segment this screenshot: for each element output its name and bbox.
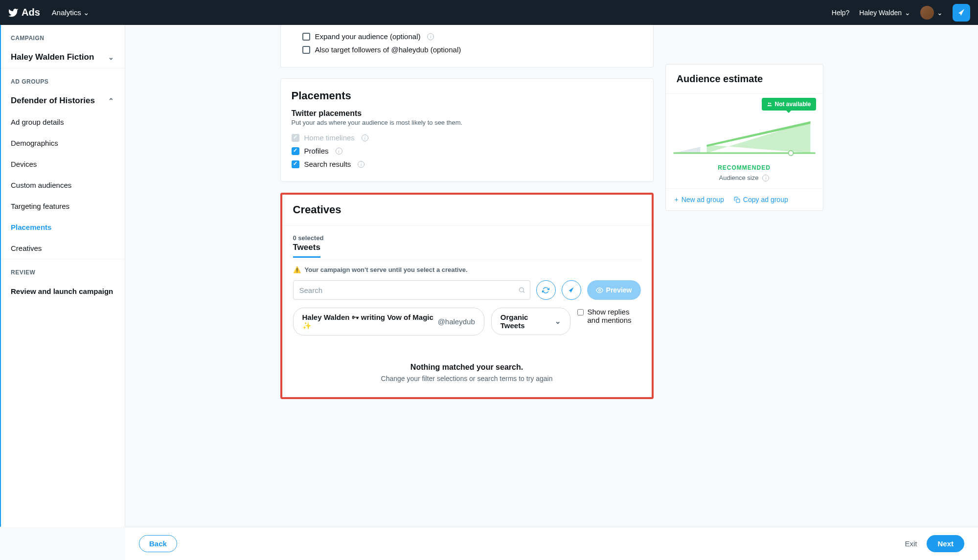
svg-line-1 — [523, 291, 524, 293]
user-pill[interactable]: Haley Walden 🗝 writing Vow of Magic ✨ @h… — [293, 308, 484, 336]
avatar — [920, 6, 934, 20]
compose-icon — [957, 8, 966, 17]
info-icon[interactable]: i — [336, 148, 342, 155]
show-replies-checkbox[interactable]: Show replies and mentions — [577, 308, 641, 324]
sidebar-item-placements[interactable]: Placements — [0, 217, 125, 238]
info-icon[interactable]: i — [427, 33, 434, 40]
people-icon — [767, 101, 773, 107]
eye-icon — [596, 287, 603, 294]
twitter-bird-icon — [8, 7, 19, 18]
svg-point-9 — [770, 103, 772, 104]
checkbox-disabled-checked — [292, 134, 299, 142]
checkbox-unchecked[interactable] — [302, 46, 310, 54]
compose-button[interactable] — [953, 4, 970, 22]
sidebar-item-review[interactable]: Review and launch campaign — [0, 281, 125, 302]
info-icon[interactable]: i — [762, 175, 769, 181]
compose-tweet-button[interactable] — [562, 280, 581, 300]
sidebar-item-demographics[interactable]: Demographics — [0, 133, 125, 154]
campaign-section-label: CAMPAIGN — [0, 25, 125, 46]
checkbox-checked[interactable] — [292, 147, 299, 155]
expand-audience-row[interactable]: Expand your audience (optional) i — [302, 30, 642, 43]
chevron-up-icon: ⌃ — [108, 97, 114, 105]
twitter-placements-heading: Twitter placements — [292, 109, 642, 118]
svg-rect-10 — [736, 199, 740, 202]
twitter-placements-desc: Put your ads where your audience is most… — [292, 119, 642, 126]
preview-button: Preview — [587, 280, 641, 300]
refresh-icon — [542, 287, 549, 294]
top-nav: Ads Analytics ⌄ Help? Haley Walden ⌄ ⌄ — [0, 0, 978, 25]
sidebar-item-custom-audiences[interactable]: Custom audiences — [0, 175, 125, 196]
audience-options-card: Expand your audience (optional) i Also t… — [280, 25, 654, 67]
copy-ad-group-link[interactable]: Copy ad group — [734, 196, 788, 203]
placements-title: Placements — [292, 90, 642, 102]
empty-state-subtitle: Change your filter selections or search … — [293, 375, 641, 382]
refresh-button[interactable] — [536, 280, 556, 300]
svg-point-0 — [519, 288, 523, 292]
sidebar-item-adgroup-details[interactable]: Ad group details — [0, 112, 125, 133]
svg-marker-3 — [673, 147, 700, 153]
svg-point-8 — [768, 103, 770, 104]
placements-card: Placements Twitter placements Put your a… — [280, 78, 654, 182]
adgroups-section-label: AD GROUPS — [0, 68, 125, 90]
home-timelines-row: Home timelines i — [292, 131, 642, 144]
search-input[interactable] — [293, 280, 530, 300]
selected-count: 0 selected — [293, 234, 641, 242]
account-switcher[interactable]: Haley Walden ⌄ — [859, 9, 910, 17]
chevron-down-icon: ⌄ — [937, 9, 943, 17]
svg-point-2 — [598, 289, 600, 291]
checkbox-checked[interactable] — [292, 160, 299, 168]
chevron-down-icon: ⌄ — [905, 9, 910, 17]
user-avatar-menu[interactable]: ⌄ — [920, 6, 943, 20]
creatives-title: Creatives — [282, 195, 652, 225]
ads-logo[interactable]: Ads — [8, 7, 40, 18]
search-input-wrapper — [293, 280, 530, 300]
plus-icon: + — [675, 196, 679, 203]
creatives-highlight: Creatives 0 selected Tweets ⚠️ Your camp… — [280, 193, 654, 399]
organic-tweets-dropdown[interactable]: Organic Tweets ⌄ — [491, 308, 570, 335]
creative-warning: ⚠️ Your campaign won't serve until you s… — [282, 260, 652, 273]
copy-icon — [734, 197, 740, 203]
empty-state-title: Nothing matched your search. — [293, 363, 641, 372]
help-link[interactable]: Help? — [832, 9, 850, 17]
audience-size-label: Audience size i — [719, 174, 770, 181]
target-followers-row[interactable]: Also target followers of @haleydub (opti… — [302, 43, 642, 56]
sidebar-item-devices[interactable]: Devices — [0, 154, 125, 175]
chevron-down-icon: ⌄ — [555, 317, 561, 326]
warning-icon: ⚠️ — [293, 266, 301, 273]
profiles-row[interactable]: Profiles i — [292, 144, 642, 157]
recommended-label: RECOMMENDED — [718, 164, 771, 171]
feather-icon — [568, 287, 575, 294]
new-ad-group-link[interactable]: + New ad group — [675, 196, 724, 203]
tweets-tab[interactable]: Tweets — [293, 243, 320, 258]
chevron-down-icon: ⌄ — [108, 53, 114, 61]
analytics-dropdown[interactable]: Analytics ⌄ — [52, 8, 90, 17]
campaign-header[interactable]: Haley Walden Fiction ⌄ — [0, 46, 125, 68]
sidebar: CAMPAIGN Haley Walden Fiction ⌄ AD GROUP… — [0, 25, 125, 527]
adgroup-header[interactable]: Defender of Histories ⌃ — [0, 90, 125, 112]
review-section-label: REVIEW — [0, 259, 125, 281]
audience-graph-icon — [673, 107, 816, 160]
info-icon[interactable]: i — [362, 134, 368, 141]
not-available-tooltip: Not available — [762, 98, 816, 111]
empty-state: Nothing matched your search. Change your… — [282, 343, 652, 397]
creatives-card: Creatives 0 selected Tweets ⚠️ Your camp… — [282, 195, 652, 397]
audience-estimate-card: Audience estimate — [665, 64, 823, 211]
sidebar-item-creatives[interactable]: Creatives — [0, 238, 125, 259]
sidebar-item-targeting-features[interactable]: Targeting features — [0, 196, 125, 217]
svg-point-7 — [788, 151, 793, 156]
chevron-down-icon: ⌄ — [83, 8, 90, 17]
checkbox-input[interactable] — [577, 309, 584, 315]
audience-estimate-title: Audience estimate — [677, 73, 812, 85]
brand-label: Ads — [22, 7, 40, 18]
checkbox-unchecked[interactable] — [302, 33, 310, 41]
main-content: Expand your audience (optional) i Also t… — [125, 25, 978, 527]
search-results-row[interactable]: Search results i — [292, 157, 642, 171]
info-icon[interactable]: i — [358, 161, 364, 168]
search-icon — [518, 287, 525, 294]
